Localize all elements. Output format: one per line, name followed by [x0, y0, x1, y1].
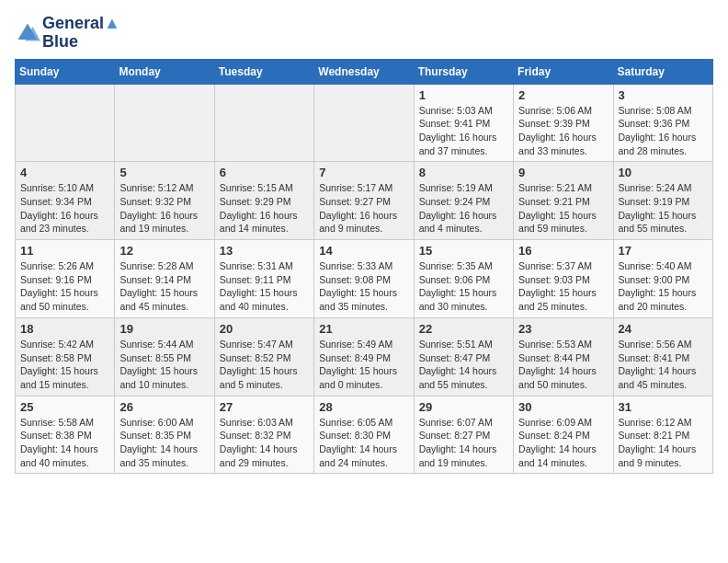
- day-number: 26: [119, 400, 209, 414]
- day-number: 31: [619, 400, 708, 414]
- day-info: Sunrise: 6:05 AM Sunset: 8:30 PM Dayligh…: [319, 416, 408, 470]
- day-number: 29: [419, 400, 508, 414]
- calendar-cell: 11Sunrise: 5:26 AM Sunset: 9:16 PM Dayli…: [16, 240, 115, 318]
- calendar-cell: 1Sunrise: 5:03 AM Sunset: 9:41 PM Daylig…: [414, 84, 513, 162]
- calendar-cell: 7Sunrise: 5:17 AM Sunset: 9:27 PM Daylig…: [314, 162, 414, 240]
- day-number: 5: [119, 166, 209, 179]
- logo: General▲ Blue: [15, 15, 120, 52]
- calendar-week-5: 25Sunrise: 5:58 AM Sunset: 8:38 PM Dayli…: [16, 396, 713, 474]
- weekday-header-thursday: Thursday: [414, 59, 513, 84]
- calendar-header: SundayMondayTuesdayWednesdayThursdayFrid…: [16, 59, 713, 84]
- day-info: Sunrise: 5:24 AM Sunset: 9:19 PM Dayligh…: [619, 181, 708, 236]
- day-info: Sunrise: 6:00 AM Sunset: 8:35 PM Dayligh…: [119, 416, 209, 470]
- day-number: 22: [419, 322, 508, 336]
- day-number: 11: [20, 244, 109, 258]
- calendar-cell: 13Sunrise: 5:31 AM Sunset: 9:11 PM Dayli…: [214, 240, 313, 318]
- calendar-cell: 18Sunrise: 5:42 AM Sunset: 8:58 PM Dayli…: [16, 317, 115, 396]
- calendar-cell: 28Sunrise: 6:05 AM Sunset: 8:30 PM Dayli…: [314, 396, 414, 474]
- calendar-cell: 14Sunrise: 5:33 AM Sunset: 9:08 PM Dayli…: [314, 240, 414, 318]
- calendar-cell: 10Sunrise: 5:24 AM Sunset: 9:19 PM Dayli…: [613, 162, 712, 240]
- calendar-cell: 31Sunrise: 6:12 AM Sunset: 8:21 PM Dayli…: [613, 396, 712, 474]
- calendar-cell: 23Sunrise: 5:53 AM Sunset: 8:44 PM Dayli…: [514, 317, 613, 396]
- calendar-cell: 9Sunrise: 5:21 AM Sunset: 9:21 PM Daylig…: [514, 162, 613, 240]
- day-number: 20: [220, 322, 309, 336]
- calendar-week-1: 1Sunrise: 5:03 AM Sunset: 9:41 PM Daylig…: [16, 84, 713, 162]
- day-info: Sunrise: 5:35 AM Sunset: 9:06 PM Dayligh…: [419, 259, 508, 314]
- day-number: 3: [619, 88, 708, 102]
- calendar-table: SundayMondayTuesdayWednesdayThursdayFrid…: [15, 59, 713, 475]
- day-number: 12: [119, 244, 209, 258]
- weekday-header-saturday: Saturday: [613, 59, 712, 84]
- day-number: 13: [220, 244, 309, 258]
- day-number: 10: [619, 166, 708, 179]
- day-info: Sunrise: 5:51 AM Sunset: 8:47 PM Dayligh…: [419, 338, 508, 392]
- calendar-cell: 25Sunrise: 5:58 AM Sunset: 8:38 PM Dayli…: [16, 396, 115, 474]
- day-info: Sunrise: 6:12 AM Sunset: 8:21 PM Dayligh…: [619, 416, 708, 470]
- day-info: Sunrise: 5:44 AM Sunset: 8:55 PM Dayligh…: [119, 338, 209, 392]
- calendar-cell: 4Sunrise: 5:10 AM Sunset: 9:34 PM Daylig…: [16, 162, 115, 240]
- day-info: Sunrise: 5:03 AM Sunset: 9:41 PM Dayligh…: [419, 104, 508, 158]
- day-info: Sunrise: 6:07 AM Sunset: 8:27 PM Dayligh…: [419, 416, 508, 470]
- calendar-week-2: 4Sunrise: 5:10 AM Sunset: 9:34 PM Daylig…: [16, 162, 713, 240]
- calendar-cell: 30Sunrise: 6:09 AM Sunset: 8:24 PM Dayli…: [514, 396, 613, 474]
- day-number: 27: [220, 400, 309, 414]
- weekday-header-wednesday: Wednesday: [314, 59, 414, 84]
- day-number: 24: [619, 322, 708, 336]
- day-info: Sunrise: 5:17 AM Sunset: 9:27 PM Dayligh…: [319, 181, 408, 236]
- calendar-cell: 15Sunrise: 5:35 AM Sunset: 9:06 PM Dayli…: [414, 240, 513, 318]
- calendar-cell: 17Sunrise: 5:40 AM Sunset: 9:00 PM Dayli…: [613, 240, 712, 318]
- logo-icon: [15, 20, 40, 46]
- calendar-cell: 19Sunrise: 5:44 AM Sunset: 8:55 PM Dayli…: [115, 317, 214, 396]
- day-number: 16: [518, 244, 608, 258]
- calendar-cell: 6Sunrise: 5:15 AM Sunset: 9:29 PM Daylig…: [214, 162, 313, 240]
- day-number: 9: [518, 166, 608, 179]
- page-header: General▲ Blue: [15, 15, 713, 52]
- weekday-header-sunday: Sunday: [16, 59, 115, 84]
- day-number: 19: [119, 322, 209, 336]
- calendar-cell: [314, 84, 414, 162]
- calendar-cell: 24Sunrise: 5:56 AM Sunset: 8:41 PM Dayli…: [613, 317, 712, 396]
- calendar-cell: 16Sunrise: 5:37 AM Sunset: 9:03 PM Dayli…: [514, 240, 613, 318]
- calendar-cell: [115, 84, 214, 162]
- day-number: 18: [20, 322, 109, 336]
- calendar-week-3: 11Sunrise: 5:26 AM Sunset: 9:16 PM Dayli…: [16, 240, 713, 318]
- day-number: 23: [518, 322, 608, 336]
- day-info: Sunrise: 5:15 AM Sunset: 9:29 PM Dayligh…: [220, 181, 309, 236]
- calendar-cell: 26Sunrise: 6:00 AM Sunset: 8:35 PM Dayli…: [115, 396, 214, 474]
- day-info: Sunrise: 5:56 AM Sunset: 8:41 PM Dayligh…: [619, 338, 708, 392]
- day-number: 8: [419, 166, 508, 179]
- day-number: 21: [319, 322, 408, 336]
- day-info: Sunrise: 5:33 AM Sunset: 9:08 PM Dayligh…: [319, 259, 408, 314]
- day-number: 7: [319, 166, 408, 179]
- day-info: Sunrise: 5:12 AM Sunset: 9:32 PM Dayligh…: [119, 181, 209, 236]
- day-info: Sunrise: 5:47 AM Sunset: 8:52 PM Dayligh…: [220, 338, 309, 392]
- day-info: Sunrise: 5:06 AM Sunset: 9:39 PM Dayligh…: [518, 104, 608, 158]
- calendar-cell: 12Sunrise: 5:28 AM Sunset: 9:14 PM Dayli…: [115, 240, 214, 318]
- calendar-cell: [16, 84, 115, 162]
- day-number: 4: [20, 166, 109, 179]
- calendar-cell: 29Sunrise: 6:07 AM Sunset: 8:27 PM Dayli…: [414, 396, 513, 474]
- calendar-cell: 8Sunrise: 5:19 AM Sunset: 9:24 PM Daylig…: [414, 162, 513, 240]
- calendar-cell: [214, 84, 313, 162]
- calendar-cell: 20Sunrise: 5:47 AM Sunset: 8:52 PM Dayli…: [214, 317, 313, 396]
- day-number: 2: [518, 88, 608, 102]
- calendar-cell: 5Sunrise: 5:12 AM Sunset: 9:32 PM Daylig…: [115, 162, 214, 240]
- day-number: 30: [518, 400, 608, 414]
- day-info: Sunrise: 5:49 AM Sunset: 8:49 PM Dayligh…: [319, 338, 408, 392]
- calendar-cell: 22Sunrise: 5:51 AM Sunset: 8:47 PM Dayli…: [414, 317, 513, 396]
- logo-text: General▲ Blue: [42, 15, 120, 52]
- day-info: Sunrise: 5:37 AM Sunset: 9:03 PM Dayligh…: [518, 259, 608, 314]
- day-info: Sunrise: 5:10 AM Sunset: 9:34 PM Dayligh…: [20, 181, 109, 236]
- calendar-cell: 2Sunrise: 5:06 AM Sunset: 9:39 PM Daylig…: [514, 84, 613, 162]
- day-info: Sunrise: 5:42 AM Sunset: 8:58 PM Dayligh…: [20, 338, 109, 392]
- day-info: Sunrise: 5:31 AM Sunset: 9:11 PM Dayligh…: [220, 259, 309, 314]
- day-info: Sunrise: 5:21 AM Sunset: 9:21 PM Dayligh…: [518, 181, 608, 236]
- day-info: Sunrise: 5:08 AM Sunset: 9:36 PM Dayligh…: [619, 104, 708, 158]
- day-info: Sunrise: 5:40 AM Sunset: 9:00 PM Dayligh…: [619, 259, 708, 314]
- calendar-cell: 27Sunrise: 6:03 AM Sunset: 8:32 PM Dayli…: [214, 396, 313, 474]
- calendar-cell: 3Sunrise: 5:08 AM Sunset: 9:36 PM Daylig…: [613, 84, 712, 162]
- day-number: 28: [319, 400, 408, 414]
- day-number: 6: [220, 166, 309, 179]
- day-info: Sunrise: 5:53 AM Sunset: 8:44 PM Dayligh…: [518, 338, 608, 392]
- calendar-cell: 21Sunrise: 5:49 AM Sunset: 8:49 PM Dayli…: [314, 317, 414, 396]
